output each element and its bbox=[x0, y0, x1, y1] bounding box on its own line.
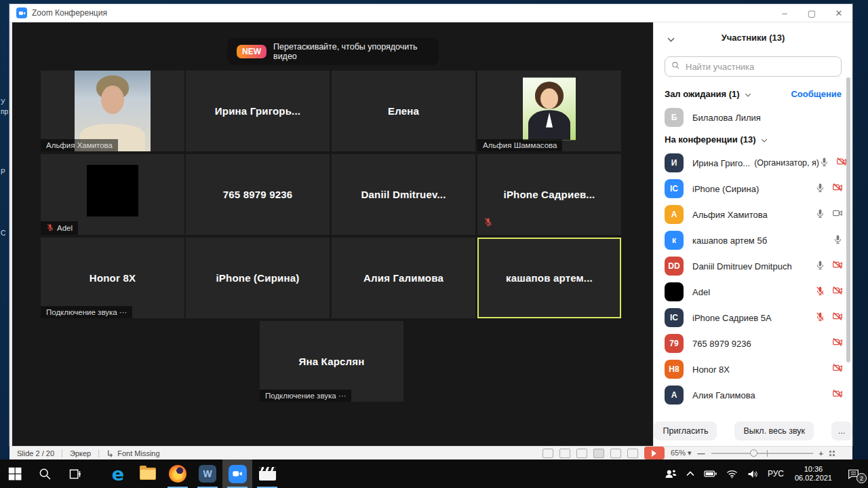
action-center-icon[interactable]: 2 bbox=[838, 459, 868, 488]
participant-row[interactable]: ААльфия Хамитова bbox=[654, 202, 852, 227]
people-icon[interactable] bbox=[660, 459, 682, 488]
waiting-room-header[interactable]: Зал ожидания (1) bbox=[665, 89, 751, 99]
camera-icon[interactable] bbox=[832, 208, 843, 221]
clock[interactable]: 10:3606.02.2021 bbox=[789, 459, 838, 488]
avatar: IC bbox=[665, 308, 684, 327]
camera-off-icon[interactable] bbox=[836, 156, 847, 170]
camera-off-icon[interactable] bbox=[832, 337, 843, 350]
profile-avatar bbox=[87, 164, 138, 216]
mic-icon[interactable] bbox=[815, 208, 825, 221]
task-view-taskbar-icon[interactable] bbox=[60, 459, 90, 488]
mic-icon[interactable] bbox=[815, 260, 825, 273]
movie-taskbar-icon[interactable] bbox=[252, 459, 282, 488]
mic-icon[interactable] bbox=[819, 157, 829, 170]
tile-name-label: Подключение звука ··· bbox=[41, 306, 132, 318]
video-tile[interactable]: Яна КарслянПодключение звука ··· bbox=[260, 321, 403, 402]
video-tile[interactable]: Ирина Григорь... bbox=[186, 71, 330, 151]
camera-off-icon[interactable] bbox=[832, 362, 843, 376]
minimize-button[interactable]: – bbox=[771, 4, 798, 22]
more-options-button[interactable]: ... bbox=[831, 421, 852, 440]
chevron-down-icon[interactable] bbox=[667, 33, 675, 45]
close-button[interactable]: ✕ bbox=[825, 4, 852, 22]
participant-row[interactable]: DDDaniil Dmitruev Dmitpuch bbox=[654, 253, 852, 279]
participant-name: iPhone Садриев 5А bbox=[692, 313, 772, 323]
avatar: H8 bbox=[665, 360, 684, 379]
video-tile[interactable]: Алия Галимова bbox=[332, 238, 475, 318]
normal-view-icon[interactable] bbox=[593, 449, 604, 458]
participant-row[interactable]: ААлия Галимова bbox=[654, 382, 852, 408]
edge-taskbar-icon[interactable]: e bbox=[103, 459, 133, 488]
video-tile[interactable]: Daniil Dmitruev... bbox=[332, 154, 475, 235]
wifi-icon[interactable] bbox=[722, 459, 743, 488]
maximize-button[interactable]: ▢ bbox=[798, 4, 825, 22]
video-tile[interactable]: iPhone (Сирина) bbox=[186, 238, 330, 318]
video-tile[interactable]: Adel bbox=[41, 154, 184, 235]
camera-off-icon[interactable] bbox=[832, 311, 843, 324]
video-tile[interactable]: Альфия Шаммасова bbox=[477, 71, 621, 151]
slide-sorter-view-icon[interactable] bbox=[610, 449, 621, 458]
tile-name-label: Подключение звука ··· bbox=[260, 390, 351, 402]
zoom-slider[interactable] bbox=[711, 453, 813, 454]
search-taskbar-icon[interactable] bbox=[30, 459, 60, 488]
tile-name-label: Альфия Шаммасова bbox=[477, 139, 562, 151]
explorer-taskbar-icon[interactable] bbox=[133, 459, 163, 488]
video-tile[interactable]: iPhone Садриев... bbox=[477, 154, 621, 235]
video-tile[interactable]: Honor 8XПодключение звука ··· bbox=[41, 238, 184, 318]
outline-view-icon[interactable] bbox=[576, 449, 587, 458]
tray-expand-chevron-icon[interactable] bbox=[682, 459, 699, 488]
mic-icon[interactable] bbox=[815, 183, 825, 195]
participant-row[interactable]: ICiPhone Садриев 5А bbox=[654, 305, 852, 331]
zoom-slider-thumb[interactable] bbox=[750, 449, 757, 457]
participant-row[interactable]: ккашапов артем 5б bbox=[654, 227, 852, 253]
fit-to-window-icon[interactable] bbox=[829, 451, 835, 456]
invite-button[interactable]: Пригласить bbox=[654, 421, 717, 440]
reading-view-icon[interactable] bbox=[627, 449, 638, 458]
font-missing-icon bbox=[106, 449, 114, 457]
participant-row[interactable]: ИИрина Григо...(Организатор, я) bbox=[654, 150, 852, 176]
mute-all-button[interactable]: Выкл. весь звук bbox=[734, 421, 814, 440]
mic-muted-icon[interactable] bbox=[815, 312, 825, 324]
search-input[interactable] bbox=[684, 61, 835, 73]
window-title: Zoom Конференция bbox=[32, 8, 771, 18]
comments-view-icon[interactable] bbox=[559, 449, 570, 458]
video-tile[interactable]: 765 8979 9236 bbox=[186, 154, 330, 235]
start-taskbar-icon[interactable] bbox=[0, 459, 30, 488]
in-meeting-header[interactable]: На конференции (13) bbox=[665, 134, 768, 145]
video-tile[interactable]: Елена bbox=[332, 71, 475, 151]
notes-view-icon[interactable] bbox=[542, 449, 553, 458]
theme-name: Эркер bbox=[62, 449, 98, 457]
slideshow-play-button[interactable] bbox=[644, 447, 665, 459]
camera-off-icon[interactable] bbox=[832, 259, 843, 273]
participant-role: (Организатор, я) bbox=[754, 158, 819, 168]
camera-off-icon[interactable] bbox=[832, 182, 843, 195]
participant-row[interactable]: H8Honor 8X bbox=[654, 356, 852, 382]
scrollbar[interactable] bbox=[846, 77, 850, 362]
mic-icon[interactable] bbox=[833, 234, 843, 247]
font-missing-indicator[interactable]: Font Missing bbox=[99, 449, 167, 457]
camera-off-icon[interactable] bbox=[832, 285, 843, 299]
firefox-taskbar-icon[interactable] bbox=[163, 459, 193, 488]
battery-icon[interactable] bbox=[699, 459, 722, 488]
waiting-participant-row[interactable]: Б Билалова Лилия bbox=[654, 105, 852, 130]
participants-title: Участники (13) bbox=[722, 33, 785, 43]
participants-footer: Пригласить Выкл. весь звук ... bbox=[654, 419, 852, 443]
search-box[interactable] bbox=[665, 56, 842, 77]
zoom-in-button[interactable]: + bbox=[819, 449, 823, 457]
zoom-out-button[interactable]: — bbox=[698, 449, 705, 457]
message-link[interactable]: Сообщение bbox=[791, 89, 842, 99]
mic-muted-icon[interactable] bbox=[815, 286, 825, 299]
participant-row[interactable]: 79765 8979 9236 bbox=[654, 331, 852, 356]
speaker-icon[interactable] bbox=[743, 459, 763, 488]
zoom-level[interactable]: 65% ▾ bbox=[671, 449, 692, 457]
participant-row[interactable]: Adel bbox=[654, 279, 852, 305]
tray-date: 06.02.2021 bbox=[795, 474, 832, 482]
participant-row[interactable]: ICiPhone (Сирина) bbox=[654, 176, 852, 202]
video-tile[interactable]: Альфия Хамитова bbox=[41, 71, 184, 151]
language-indicator[interactable]: РУС bbox=[763, 459, 789, 488]
zoom-taskbar-icon[interactable] bbox=[222, 459, 252, 488]
camera-off-icon[interactable] bbox=[832, 388, 843, 402]
zoom-app-icon bbox=[16, 7, 27, 18]
video-tile[interactable]: кашапов артем... bbox=[477, 238, 621, 318]
wps-taskbar-icon[interactable]: W bbox=[193, 459, 222, 488]
taskbar-apps: eW bbox=[0, 459, 282, 488]
